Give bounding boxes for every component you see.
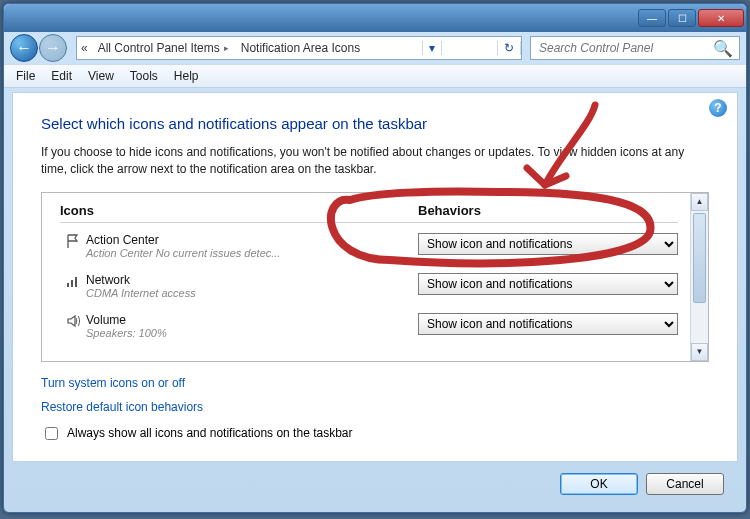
window-controls: — ☐ ✕ [638,9,744,27]
menu-help[interactable]: Help [166,67,207,85]
behavior-select-volume[interactable]: Show icon and notifications [418,313,678,335]
help-icon[interactable]: ? [709,99,727,117]
minimize-button[interactable]: — [638,9,666,27]
scrollbar[interactable]: ▲ ▼ [690,193,708,361]
always-show-label: Always show all icons and notifications … [67,426,353,440]
arrow-left-icon: ← [16,39,32,57]
link-restore-defaults[interactable]: Restore default icon behaviors [41,400,709,414]
page-heading: Select which icons and notifications app… [41,115,709,132]
links-section: Turn system icons on or off Restore defa… [41,376,709,414]
link-system-icons[interactable]: Turn system icons on or off [41,376,709,390]
maximize-button[interactable]: ☐ [668,9,696,27]
close-button[interactable]: ✕ [698,9,744,27]
page-description: If you choose to hide icons and notifica… [41,144,709,178]
menu-view[interactable]: View [80,67,122,85]
list-row-network: Network CDMA Internet access Show icon a… [60,273,678,299]
menu-edit[interactable]: Edit [43,67,80,85]
search-input[interactable] [537,40,713,56]
column-header-icons: Icons [60,203,418,223]
scroll-thumb[interactable] [693,213,706,303]
row-label: Network CDMA Internet access [86,273,418,299]
menu-file[interactable]: File [8,67,43,85]
titlebar: — ☐ ✕ [4,4,746,32]
network-bars-icon [60,273,86,295]
breadcrumb-seg-all-items[interactable]: All Control Panel Items▸ [92,41,235,55]
chevron-right-icon: ▸ [224,43,229,53]
menu-bar: File Edit View Tools Help [4,64,746,88]
back-button[interactable]: ← [10,34,38,62]
control-panel-window: — ☐ ✕ ← → « All Control Panel Items▸ Not… [3,3,747,513]
breadcrumb-root-icon[interactable]: « [77,41,92,55]
cancel-button[interactable]: Cancel [646,473,724,495]
refresh-button[interactable]: ↻ [497,41,521,55]
scroll-up-button[interactable]: ▲ [691,193,708,211]
row-label: Volume Speakers: 100% [86,313,418,339]
list-row-action-center: Action Center Action Center No current i… [60,233,678,259]
content-pane: ? Select which icons and notifications a… [12,92,738,462]
behavior-select-action-center[interactable]: Show icon and notifications [418,233,678,255]
search-box[interactable]: 🔍 [530,36,740,60]
speaker-icon [60,313,86,335]
dialog-footer: OK Cancel [12,466,738,502]
forward-button: → [39,34,67,62]
svg-rect-0 [67,283,69,287]
svg-rect-1 [71,280,73,287]
column-header-behaviors: Behaviors [418,203,678,223]
breadcrumb-seg-notification-area[interactable]: Notification Area Icons [235,41,366,55]
ok-button[interactable]: OK [560,473,638,495]
search-icon: 🔍 [713,39,733,58]
scroll-down-button[interactable]: ▼ [691,343,708,361]
arrow-right-icon: → [45,39,61,57]
icon-behavior-list: Icons Behaviors Action Center Action Cen… [41,192,709,362]
menu-tools[interactable]: Tools [122,67,166,85]
always-show-row: Always show all icons and notifications … [41,424,709,443]
behavior-select-network[interactable]: Show icon and notifications [418,273,678,295]
breadcrumb-dropdown[interactable]: ▾ [422,41,442,55]
svg-rect-2 [75,277,77,287]
flag-icon [60,233,86,255]
always-show-checkbox[interactable] [45,427,58,440]
row-label: Action Center Action Center No current i… [86,233,418,259]
nav-bar: ← → « All Control Panel Items▸ Notificat… [4,32,746,64]
breadcrumb[interactable]: « All Control Panel Items▸ Notification … [76,36,522,60]
list-row-volume: Volume Speakers: 100% Show icon and noti… [60,313,678,339]
